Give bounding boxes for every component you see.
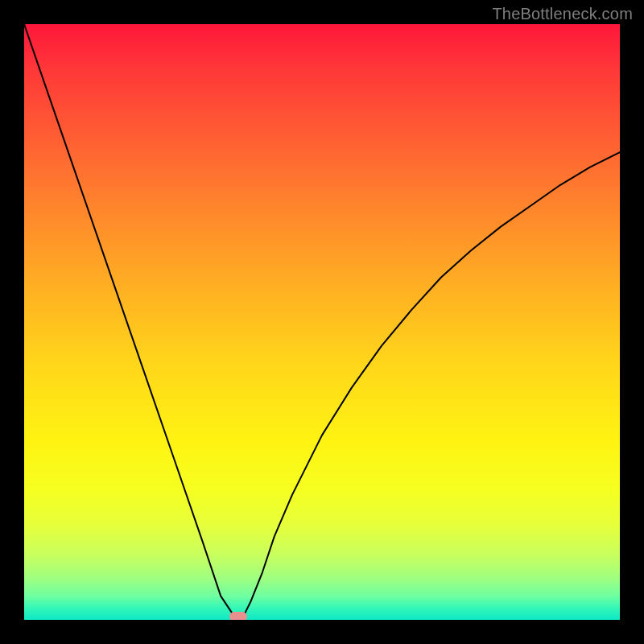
watermark-label: TheBottleneck.com [492, 5, 633, 23]
chart-frame: TheBottleneck.com [0, 0, 644, 644]
plot-area [24, 24, 620, 620]
bottleneck-curve [24, 24, 620, 620]
optimum-marker-icon [229, 612, 247, 620]
curve-layer [24, 24, 620, 620]
